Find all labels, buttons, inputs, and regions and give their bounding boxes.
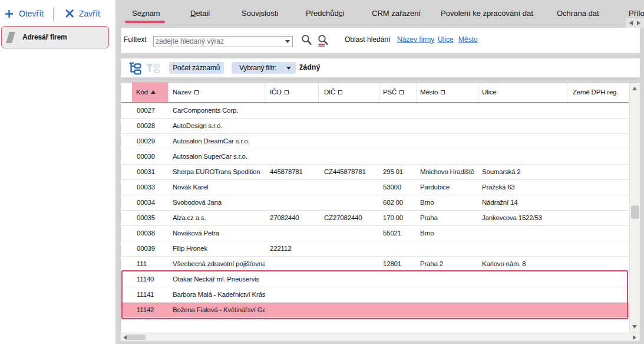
table-cell: Sherpa EUROTrans Spedition	[169, 165, 265, 179]
table-cell	[567, 195, 629, 210]
scroll-left-icon[interactable]	[123, 335, 127, 340]
tab-scroll-left-icon[interactable]	[629, 21, 633, 25]
tab-ochrana-dat[interactable]: Ochrana dat	[557, 9, 599, 18]
tab-předchůdci[interactable]: Předchůdci	[306, 9, 344, 18]
horizontal-scrollbar-thumb[interactable]	[127, 335, 146, 340]
search-icon[interactable]	[301, 34, 313, 47]
sidebar-item-adresar-firem[interactable]: Adresář firem	[1, 26, 109, 48]
table-row-00039[interactable]: 00039Filip Hronek222112	[121, 241, 629, 257]
table-cell: 53000	[379, 180, 417, 195]
scroll-up-icon[interactable]	[632, 87, 637, 90]
table-cell	[265, 195, 319, 210]
table-cell: 00029	[132, 134, 169, 149]
table-row-00031[interactable]: 00031Sherpa EUROTrans Spedition445878781…	[121, 165, 629, 180]
tab-crm-zařazení[interactable]: CRM zařazení	[372, 9, 421, 18]
table-cell	[319, 303, 379, 317]
table-cell	[265, 272, 319, 287]
vertical-scrollbar[interactable]	[629, 83, 640, 333]
tab-detail[interactable]: Detail	[190, 9, 210, 18]
data-grid: KódNázevIČODIČPSČMěstoUliceZemě DPH reg.…	[121, 82, 640, 340]
vertical-scrollbar-thumb[interactable]	[631, 205, 639, 219]
tab-přílohy[interactable]: Přílohy	[629, 9, 644, 18]
table-cell: Pardubice	[417, 180, 478, 195]
table-cell: 00027	[132, 103, 169, 118]
record-count-button[interactable]: Počet záznamů	[169, 62, 224, 74]
table-cell	[265, 119, 319, 133]
column-header-psč[interactable]: PSČ	[379, 83, 417, 102]
table-row-00033[interactable]: 00033Novák Karel53000PardubicePražská 63	[121, 180, 629, 195]
table-cell: CZ27082440	[319, 211, 379, 225]
table-cell	[265, 226, 319, 241]
table-cell: 11140	[132, 272, 169, 287]
table-cell	[417, 103, 478, 118]
column-header-dič[interactable]: DIČ	[319, 83, 379, 102]
scroll-right-icon[interactable]	[633, 335, 636, 340]
table-cell: Praha	[417, 211, 478, 225]
table-cell: Svobodová Jana	[169, 195, 265, 210]
table-row-11140[interactable]: 11140Otakar Neckář ml. Pneuservis	[121, 272, 629, 287]
table-cell	[417, 287, 478, 302]
table-cell: CZ445878781	[319, 165, 379, 179]
table-cell: Božena Fialová - Květinářsví Ge	[169, 303, 265, 317]
tab-scroll-right-icon[interactable]	[637, 21, 640, 25]
column-header-ičo[interactable]: IČO	[265, 83, 319, 102]
tab-label-part: slosti	[261, 9, 279, 18]
open-button[interactable]: Otevřít	[5, 5, 44, 22]
close-button[interactable]: Zavřít	[65, 5, 100, 22]
tab-seznam[interactable]: Seznam	[132, 9, 160, 18]
table-cell	[567, 180, 629, 195]
search-in-results-icon[interactable]	[318, 34, 330, 47]
scroll-down-icon[interactable]	[632, 325, 637, 329]
table-cell: Alza.cz a.s.	[169, 211, 265, 225]
selected-filter-dropdown[interactable]: Vybraný filtr:	[232, 62, 296, 74]
table-cell: 00038	[132, 226, 169, 241]
column-filter-box-icon[interactable]	[285, 90, 289, 94]
command-divider	[53, 8, 54, 21]
scope-link-nazev-firmy[interactable]: Název firmy	[397, 35, 434, 44]
table-row-00038[interactable]: 00038Nováková Petra55021Brno	[121, 226, 629, 241]
tree-view-icon[interactable]	[128, 61, 143, 76]
column-header-ulice[interactable]: Ulice	[478, 83, 567, 102]
table-row-00027[interactable]: 00027CarComponents Corp.	[121, 103, 629, 119]
table-row-111[interactable]: 111Všeobecná zdravotní pojišťovna12801Pr…	[121, 257, 629, 272]
column-header-název[interactable]: Název	[169, 83, 265, 102]
table-cell	[379, 103, 417, 118]
column-filter-box-icon[interactable]	[338, 90, 342, 94]
table-cell	[379, 303, 417, 317]
filter-tree-icon-disabled	[146, 61, 160, 76]
column-header-město[interactable]: Město	[417, 83, 478, 102]
table-cell	[265, 180, 319, 195]
fulltext-input[interactable]	[156, 37, 282, 47]
tab-souvislosti[interactable]: Souvislosti	[242, 9, 278, 18]
tab-povolení-ke-zpracování-dat[interactable]: Povolení ke zpracování dat	[441, 9, 533, 18]
search-scope-label: Oblast hledání	[345, 35, 390, 44]
tab-label-part: D	[190, 9, 196, 18]
table-row-00034[interactable]: 00034Svobodová Jana602 00BrnoNádražní 14	[121, 195, 629, 211]
table-row-00035[interactable]: 00035Alza.cz a.s.27082440CZ27082440170 0…	[121, 211, 629, 226]
sidebar: Otevřít Zavřít Adresář firem	[0, 0, 115, 344]
table-row-00028[interactable]: 00028AutoDesign s.r.o.	[121, 119, 629, 134]
fulltext-combobox[interactable]	[153, 36, 293, 47]
column-filter-box-icon[interactable]	[441, 90, 445, 94]
column-filter-box-icon[interactable]	[194, 90, 199, 94]
scope-link-mesto[interactable]: Město	[458, 35, 478, 44]
column-header-kód[interactable]: Kód	[132, 83, 169, 102]
table-row-11141[interactable]: 11141Barbora Malá - Kadeřnictví Krás	[121, 287, 629, 303]
table-cell: 27082440	[265, 211, 319, 225]
horizontal-scrollbar[interactable]	[121, 333, 640, 341]
table-cell	[567, 287, 629, 302]
sort-ascending-icon	[151, 90, 156, 94]
table-row-11142[interactable]: 11142Božena Fialová - Květinářsví Ge	[121, 303, 629, 318]
table-cell	[319, 180, 379, 195]
table-row-00030[interactable]: 00030Autosalon SuperCar s.r.o.	[121, 149, 629, 165]
table-cell	[319, 195, 379, 210]
table-cell: 55021	[379, 226, 417, 241]
table-row-00029[interactable]: 00029Autosalon DreamCar s.r.o.	[121, 134, 629, 149]
column-filter-box-icon[interactable]	[399, 90, 404, 94]
table-cell	[379, 272, 417, 287]
scope-link-ulice[interactable]: Ulice	[438, 35, 454, 44]
combo-dropdown-icon[interactable]	[285, 40, 290, 43]
table-cell	[478, 149, 567, 164]
column-header-země-dph-reg[interactable]: Země DPH reg.	[567, 83, 629, 102]
table-cell: 295 01	[379, 165, 417, 179]
